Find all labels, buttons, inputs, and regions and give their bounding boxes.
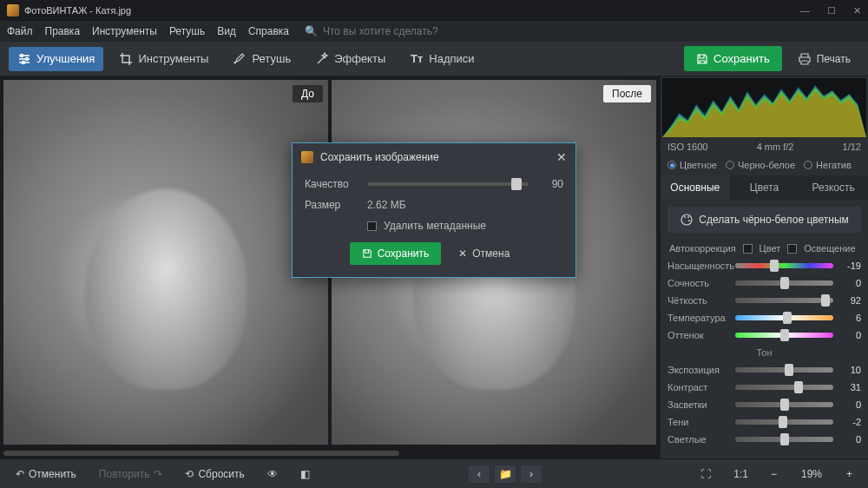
menu-file[interactable]: Файл	[7, 25, 33, 37]
svg-point-5	[23, 61, 25, 63]
folder-icon: 📁	[499, 468, 512, 480]
slider-exposure[interactable]: Экспозиция 10	[667, 365, 861, 375]
adjust-subtabs: Основные Цвета Резкость	[661, 175, 868, 200]
slider-temperature[interactable]: Температура 6	[667, 313, 861, 323]
menu-bar: Файл Правка Инструменты Ретушь Вид Справ…	[0, 21, 868, 42]
save-icon	[362, 248, 372, 259]
slider-vibrance[interactable]: Сочность 0	[667, 278, 861, 288]
checkbox-light[interactable]	[787, 244, 797, 254]
slider-saturation[interactable]: Насыщенность -19	[667, 260, 861, 271]
eye-icon: 👁	[267, 468, 278, 480]
window-title: ФотоВИНТАЖ - Катя.jpg	[24, 5, 131, 16]
preview-button[interactable]: 👁	[260, 465, 285, 484]
undo-button[interactable]: ↶ Отменить	[9, 465, 83, 484]
tone-header: Тон	[667, 347, 861, 358]
text-icon: Tт	[410, 52, 424, 66]
browse-button[interactable]: 📁	[495, 465, 516, 483]
title-bar: ФотоВИНТАЖ - Катя.jpg — ☐ ✕	[0, 0, 868, 21]
horizontal-scrollbar[interactable]	[0, 448, 660, 458]
minus-icon: −	[771, 468, 777, 480]
next-image-button[interactable]: ›	[521, 465, 542, 483]
right-panel: ISO 1600 4 mm f/2 1/12 Цветное Черно-бел…	[660, 76, 868, 458]
fit-screen-button[interactable]: ⛶	[694, 465, 718, 484]
remove-metadata-checkbox[interactable]	[367, 221, 377, 231]
bottom-bar: ↶ Отменить Повторить ↷ ⟲ Сбросить 👁 ◧ ‹ …	[0, 458, 868, 488]
subtab-main[interactable]: Основные	[661, 175, 730, 200]
autocorrection-row: Автокоррекция Цвет Освещение	[661, 240, 868, 257]
slider-lights[interactable]: Светлые 0	[667, 434, 861, 445]
svg-point-6	[681, 214, 692, 225]
crop-icon	[119, 52, 133, 66]
menu-edit[interactable]: Правка	[45, 25, 81, 37]
tab-text[interactable]: Tт Надписи	[401, 47, 483, 71]
app-icon	[301, 151, 313, 163]
zoom-out-button[interactable]: −	[764, 465, 784, 484]
size-label: Размер	[305, 199, 358, 211]
minimize-button[interactable]: —	[800, 5, 810, 16]
size-value: 2.62 МБ	[367, 199, 406, 211]
quality-slider[interactable]	[367, 182, 529, 186]
sliders-panel: Насыщенность -19 Сочность 0 Чёткость 92 …	[661, 257, 868, 458]
brush-icon	[233, 52, 247, 66]
reset-button[interactable]: ⟲ Сбросить	[178, 465, 251, 484]
print-button[interactable]: Печать	[789, 47, 859, 71]
palette-icon	[680, 213, 694, 227]
svg-point-7	[684, 216, 686, 218]
close-button[interactable]: ✕	[853, 5, 861, 16]
after-badge: После	[603, 85, 651, 102]
save-icon	[696, 53, 708, 65]
plus-icon: +	[846, 468, 852, 480]
slider-tint[interactable]: Оттенок 0	[667, 330, 861, 340]
slider-shadows[interactable]: Тени -2	[667, 417, 861, 427]
save-button[interactable]: Сохранить	[684, 46, 782, 71]
redo-icon: ↷	[154, 468, 162, 480]
undo-icon: ↶	[16, 468, 24, 480]
tab-retouch[interactable]: Ретушь	[224, 47, 299, 71]
tab-label: Эффекты	[334, 52, 385, 65]
dialog-title: Сохранить изображение	[320, 151, 439, 163]
radio-color[interactable]: Цветное	[667, 160, 717, 170]
main-toolbar: Улучшения Инструменты Ретушь Эффекты Tт …	[0, 42, 868, 76]
histogram[interactable]	[662, 78, 866, 137]
radio-negative[interactable]: Негатив	[804, 160, 852, 170]
menu-help[interactable]: Справка	[248, 25, 289, 37]
colorize-bw-button[interactable]: Сделать чёрно-белое цветным	[667, 207, 861, 233]
svg-point-8	[687, 216, 689, 218]
compare-icon: ◧	[300, 468, 310, 480]
slider-highlights[interactable]: Засветки 0	[667, 399, 861, 410]
slider-clarity[interactable]: Чёткость 92	[667, 295, 861, 306]
dialog-cancel-button[interactable]: ✕ Отмена	[450, 242, 518, 265]
radio-bw[interactable]: Черно-белое	[726, 160, 795, 170]
save-dialog: Сохранить изображение ✕ Качество 90 Разм…	[292, 142, 576, 278]
canvas-before[interactable]: До	[3, 80, 328, 445]
tab-improvements[interactable]: Улучшения	[9, 47, 103, 71]
subtab-colors[interactable]: Цвета	[730, 175, 799, 200]
actual-size-button[interactable]: 1:1	[727, 465, 755, 484]
redo-button[interactable]: Повторить ↷	[92, 465, 170, 484]
dialog-save-button[interactable]: Сохранить	[350, 242, 442, 265]
reset-icon: ⟲	[185, 468, 194, 480]
image-meta: ISO 1600 4 mm f/2 1/12	[661, 139, 868, 155]
menu-retouch[interactable]: Ретушь	[169, 25, 205, 37]
compare-button[interactable]: ◧	[293, 465, 317, 484]
prev-image-button[interactable]: ‹	[469, 465, 490, 483]
dialog-close-button[interactable]: ✕	[556, 150, 567, 164]
quality-value: 90	[537, 178, 563, 190]
quality-label: Качество	[305, 178, 358, 190]
maximize-button[interactable]: ☐	[827, 5, 836, 16]
search-input[interactable]	[323, 25, 444, 37]
slider-contrast[interactable]: Контраст 31	[667, 382, 861, 392]
menu-view[interactable]: Вид	[217, 25, 236, 37]
subtab-sharp[interactable]: Резкость	[799, 175, 868, 200]
tab-effects[interactable]: Эффекты	[306, 47, 394, 71]
svg-point-4	[26, 57, 29, 60]
tab-tools[interactable]: Инструменты	[110, 47, 217, 71]
menu-tools[interactable]: Инструменты	[92, 25, 157, 37]
sliders-icon	[17, 52, 31, 66]
tab-label: Ретушь	[252, 52, 291, 65]
zoom-in-button[interactable]: +	[839, 465, 859, 484]
svg-point-9	[688, 220, 690, 221]
checkbox-color[interactable]	[743, 244, 753, 254]
remove-metadata-label: Удалить метаданные	[384, 220, 486, 232]
wand-icon	[315, 52, 329, 66]
